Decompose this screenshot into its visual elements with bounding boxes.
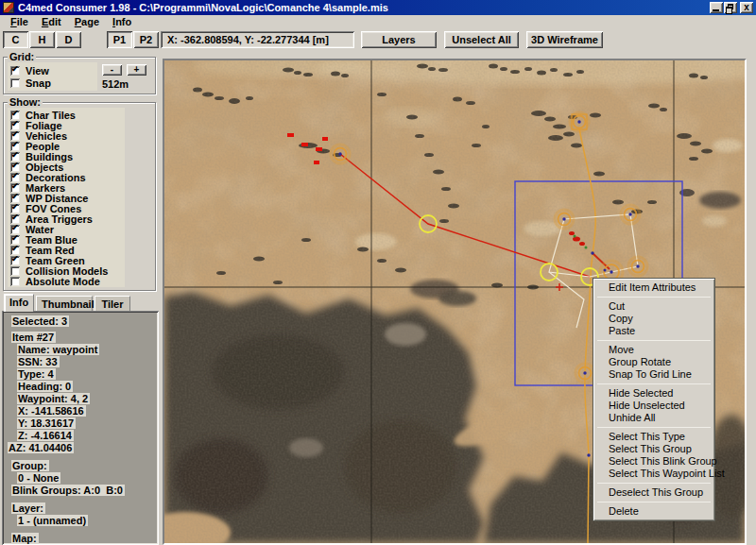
grid-groupbox: Grid: View Snap - + 512m [3, 57, 156, 94]
item-x: X: -141.58616 [17, 405, 159, 417]
show-groupbox: Show: Char Tiles Foliage Vehicles People… [3, 102, 156, 291]
layers-button[interactable]: Layers [361, 31, 437, 48]
item-heading: Heading: 0 [17, 381, 159, 393]
context-menu-item-hide-selected[interactable]: Hide Selected [595, 387, 713, 400]
restore-icon [728, 4, 733, 9]
grid-group-label: Grid: [8, 51, 36, 62]
menu-separator [597, 483, 711, 484]
show-item[interactable]: Team Green [10, 255, 125, 265]
context-menu-item-snap-to-grid[interactable]: Snap To Grid Line [595, 368, 713, 381]
snap-label: Snap [26, 77, 51, 89]
application-window: { "window": { "title": "C4med Consumer 1… [0, 0, 756, 545]
menu-separator [597, 340, 711, 341]
show-item[interactable]: Team Red [10, 245, 125, 255]
checkbox[interactable] [10, 277, 20, 286]
show-item[interactable]: Team Blue [10, 234, 125, 245]
menu-info[interactable]: Info [106, 16, 138, 28]
context-menu-item-select-waypoint-list[interactable]: Select This Waypoint List [595, 468, 713, 480]
show-item[interactable]: Collision Models [10, 265, 125, 276]
grid-snap-row[interactable]: Snap [10, 77, 97, 89]
menu-edit[interactable]: Edit [35, 16, 68, 28]
show-item[interactable]: Decorations [10, 172, 125, 182]
show-item[interactable]: Buildings [10, 151, 125, 162]
context-menu-item-move[interactable]: Move [595, 344, 713, 356]
minimize-button[interactable] [710, 2, 723, 13]
show-item[interactable]: Char Tiles [10, 110, 125, 120]
toolbar: C H D P1 P2 X: -362.808594, Y: -22.27734… [0, 28, 756, 53]
show-group-label: Show: [8, 96, 43, 108]
checkbox[interactable] [10, 266, 20, 276]
show-item[interactable]: Area Triggers [10, 213, 125, 224]
grid-zoom-out-button[interactable]: - [102, 64, 122, 76]
item-type: Type: 4 [17, 368, 159, 381]
minimize-icon [713, 9, 719, 11]
tab-tiler[interactable]: Tiler [94, 296, 130, 312]
context-menu-item-edit-attributes[interactable]: Edit Item Attributes [595, 281, 713, 294]
page2-button[interactable]: P2 [133, 31, 159, 48]
show-item[interactable]: People [10, 141, 125, 151]
info-panel: Selected: 3 Item #27 Name: waypoint SSN:… [2, 311, 159, 545]
snap-checkbox[interactable] [10, 78, 20, 88]
show-item[interactable]: Vehicles [10, 130, 125, 141]
menu-separator [597, 427, 711, 428]
show-item[interactable]: WP Distance [10, 193, 125, 203]
item-header: Item #27 [11, 332, 159, 344]
sidebar-tabstrip: Info Thumbnail Tiler [2, 294, 159, 312]
context-menu-item-delete[interactable]: Delete [595, 505, 713, 518]
group-label: Group: [11, 460, 159, 472]
selected-count: Selected: 3 [11, 315, 159, 328]
close-button[interactable]: x [740, 2, 753, 13]
context-menu-item-select-group[interactable]: Select This Group [595, 443, 713, 455]
context-menu-item-paste[interactable]: Paste [595, 325, 713, 337]
context-menu-item-select-blink-group[interactable]: Select This Blink Group [595, 455, 713, 468]
context-menu-item-cut[interactable]: Cut [595, 300, 713, 313]
menu-bar: File Edit Page Info [0, 15, 756, 28]
show-item[interactable]: Water [10, 224, 125, 234]
item-ssn: SSN: 33 [17, 356, 159, 368]
checkbox[interactable] [10, 256, 20, 265]
show-item[interactable]: Foliage [10, 120, 125, 130]
app-icon [3, 2, 14, 13]
d-mode-button[interactable]: D [56, 31, 81, 48]
show-item[interactable]: FOV Cones [10, 203, 125, 213]
menu-page[interactable]: Page [68, 16, 106, 28]
page1-button[interactable]: P1 [107, 31, 132, 48]
grid-zoom-in-button[interactable]: + [127, 64, 146, 76]
menu-separator [597, 297, 711, 298]
wireframe-button[interactable]: 3D Wireframe [526, 31, 603, 48]
menu-file[interactable]: File [4, 16, 35, 28]
view-label: View [26, 65, 49, 77]
show-item[interactable]: Objects [10, 162, 125, 172]
map-label: Map: [11, 533, 159, 545]
restore-button[interactable] [724, 2, 737, 13]
item-y: Y: 18.31617 [17, 417, 159, 430]
grid-view-row[interactable]: View [10, 64, 97, 77]
tab-thumbnail[interactable]: Thumbnail [36, 296, 93, 312]
view-checkbox[interactable] [10, 66, 20, 76]
window-title: C4med Consumer 1.98 - C:\Programmi\NovaL… [18, 2, 388, 13]
show-item-label: Absolute Mode [26, 276, 100, 287]
h-mode-button[interactable]: H [29, 31, 55, 48]
c-mode-button[interactable]: C [3, 31, 28, 48]
context-menu-item-group-rotate[interactable]: Group Rotate [595, 356, 713, 368]
context-menu-item-deselect-group[interactable]: Deselect This Group [595, 486, 713, 499]
context-menu-item-copy[interactable]: Copy [595, 313, 713, 325]
item-waypoint: Waypoint: 4, 2 [17, 393, 159, 405]
context-menu-item-hide-unselected[interactable]: Hide Unselected [595, 400, 713, 412]
layer-value: 1 - (unnamed) [17, 515, 159, 527]
item-z: Z: -4.16614 [17, 430, 159, 442]
grid-size-value: 512m [102, 78, 129, 90]
context-menu-item-select-type[interactable]: Select This Type [595, 431, 713, 443]
show-item[interactable]: Markers [10, 182, 125, 193]
item-az: AZ: 41.04406 [8, 442, 159, 454]
show-item[interactable]: Absolute Mode [10, 276, 125, 286]
item-name: Name: waypoint [17, 344, 159, 356]
context-menu-item-unhide-all[interactable]: Unhide All [595, 412, 713, 424]
menu-separator [597, 502, 711, 502]
close-icon: x [740, 1, 753, 13]
unselect-all-button[interactable]: Unselect All [444, 31, 519, 48]
title-bar[interactable]: C4med Consumer 1.98 - C:\Programmi\NovaL… [0, 0, 756, 15]
tab-info[interactable]: Info [4, 294, 34, 312]
blink-groups: Blink Groups: A:0 B:0 [11, 485, 159, 497]
layer-label: Layer: [11, 502, 159, 515]
